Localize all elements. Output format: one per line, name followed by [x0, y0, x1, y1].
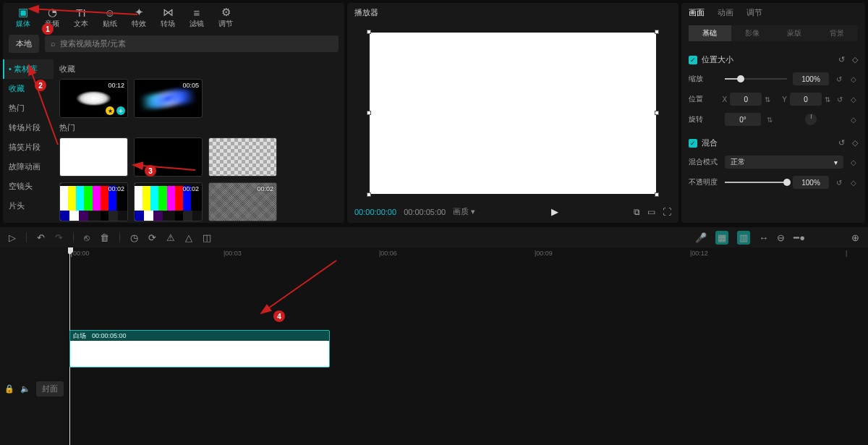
- time-duration: 00:00:05:00: [404, 208, 446, 216]
- timeline-tracks[interactable]: ┃00:00 |00:03 |00:06 |00:09 |00:12 | 白场0…: [68, 247, 868, 445]
- nav-filter[interactable]: ≡滤镜: [182, 6, 211, 29]
- subtab-bg[interactable]: 背景: [816, 25, 859, 41]
- keyframe-icon[interactable]: ◇: [852, 55, 858, 64]
- kf-rot-icon[interactable]: ◇: [849, 116, 858, 124]
- side-funny-clips[interactable]: 搞笑片段: [3, 137, 54, 157]
- kf-scale-icon[interactable]: ◇: [849, 75, 858, 83]
- crop-icon[interactable]: ◫: [203, 232, 211, 243]
- side-transition-clips[interactable]: 转场片段: [3, 118, 54, 137]
- rot-knob[interactable]: [805, 114, 817, 125]
- side-intro[interactable]: 片头: [3, 196, 54, 216]
- tab-adjust[interactable]: 调节: [746, 7, 762, 18]
- nav-media[interactable]: ▣媒体: [9, 6, 38, 29]
- cover-button[interactable]: 封面: [36, 381, 64, 397]
- add-icon[interactable]: +: [116, 106, 125, 115]
- search-input[interactable]: ⌕搜索视频场景/元素: [45, 35, 339, 52]
- subtab-mask[interactable]: 蒙版: [773, 25, 816, 41]
- track-magnet-icon[interactable]: ▦: [715, 231, 728, 245]
- align-icon[interactable]: ↔: [759, 232, 768, 243]
- mixmode-select[interactable]: 正常▾: [725, 156, 843, 169]
- delete-icon[interactable]: 🗑: [100, 232, 109, 243]
- side-glitch[interactable]: 故障动画: [3, 157, 54, 177]
- transition-icon: ⋈: [153, 6, 182, 19]
- side-hot[interactable]: 热门: [3, 98, 54, 118]
- lock-icon[interactable]: 🔒: [4, 384, 14, 394]
- kf-mix-icon[interactable]: ◇: [852, 138, 858, 148]
- ratio-icon[interactable]: ⧉: [634, 207, 640, 217]
- play-button[interactable]: ▶: [482, 206, 626, 217]
- slider-scale[interactable]: [725, 78, 787, 80]
- split-icon[interactable]: ⎋: [84, 232, 90, 243]
- checkbox-mix[interactable]: ✓: [689, 139, 697, 148]
- anno-badge-4: 4: [273, 310, 285, 322]
- player-stage[interactable]: [347, 22, 678, 203]
- text-icon: TI: [67, 6, 95, 19]
- pos-y[interactable]: 0: [790, 93, 822, 106]
- checkbox-pos-size[interactable]: ✓: [689, 56, 697, 64]
- nav-effect[interactable]: ✦特效: [124, 6, 153, 29]
- nav-sticker[interactable]: ☺贴纸: [95, 6, 124, 29]
- clip-thumb-bars[interactable]: 00:02: [134, 182, 203, 221]
- player-canvas[interactable]: [370, 33, 656, 194]
- kf-mixmode-icon[interactable]: ◇: [849, 158, 858, 166]
- tab-anim[interactable]: 动画: [718, 7, 733, 18]
- compare-icon[interactable]: ▭: [647, 207, 655, 217]
- nav-transition[interactable]: ⋈转场: [153, 6, 182, 29]
- quality-select[interactable]: 画质 ▾: [453, 206, 475, 217]
- timeline-clip[interactable]: 白场00:00:05:00: [69, 330, 330, 368]
- mic-icon[interactable]: 🎤: [695, 232, 707, 243]
- handle-mr[interactable]: [655, 111, 659, 115]
- handle-br[interactable]: [655, 192, 659, 197]
- side-empty-shot[interactable]: 空镜头: [3, 177, 54, 196]
- mute-icon[interactable]: 🔈: [20, 384, 30, 394]
- handle-tr[interactable]: [655, 30, 659, 34]
- subtab-image[interactable]: 影像: [731, 25, 774, 41]
- star-icon[interactable]: ★: [106, 106, 114, 115]
- tab-picture[interactable]: 画面: [689, 7, 705, 18]
- clip-thumb[interactable]: 00:05: [134, 79, 203, 118]
- slider-opacity[interactable]: [725, 182, 787, 183]
- reset-pos-icon[interactable]: ↺: [836, 96, 844, 103]
- reset-scale-icon[interactable]: ↺: [835, 75, 843, 83]
- flip-v-icon[interactable]: △: [185, 232, 192, 243]
- track-link-icon[interactable]: ▥: [737, 231, 750, 245]
- top-nav: ▣媒体 ◔音频 TI文本 ☺贴纸 ✦特效 ⋈转场 ≡滤镜 ⚙调节: [3, 3, 344, 29]
- select-tool-icon[interactable]: ▷: [9, 232, 16, 243]
- zoom-out-icon[interactable]: ⊖: [777, 232, 785, 243]
- kf-pos-icon[interactable]: ◇: [850, 96, 858, 103]
- clip-thumb[interactable]: 00:12★+: [59, 79, 128, 118]
- undo-icon[interactable]: ↶: [37, 232, 45, 243]
- zoom-in-icon[interactable]: ⊕: [851, 232, 859, 243]
- side-fav[interactable]: 收藏: [3, 79, 54, 98]
- nav-adjust[interactable]: ⚙调节: [211, 6, 240, 29]
- reset-mix-icon[interactable]: ↺: [838, 138, 845, 148]
- handle-bl[interactable]: [367, 192, 371, 197]
- subtab-basic[interactable]: 基础: [689, 25, 731, 41]
- handle-ml[interactable]: [367, 111, 371, 115]
- effect-icon: ✦: [124, 6, 153, 19]
- reset-opacity-icon[interactable]: ↺: [835, 179, 843, 187]
- fullscreen-icon[interactable]: ⛶: [663, 207, 671, 217]
- redo-icon[interactable]: ↷: [55, 232, 63, 243]
- nav-text[interactable]: TI文本: [67, 6, 95, 29]
- handle-tl[interactable]: [367, 30, 371, 34]
- clip-thumb-alpha[interactable]: [208, 137, 277, 177]
- reset-icon[interactable]: ↺: [838, 55, 845, 64]
- local-button[interactable]: 本地: [9, 35, 39, 53]
- adjust-icon: ⚙: [211, 6, 240, 19]
- rot-value[interactable]: 0°: [725, 113, 761, 126]
- pos-x[interactable]: 0: [730, 93, 762, 106]
- clip-thumb-bars[interactable]: 00:02: [59, 182, 128, 221]
- side-library[interactable]: • 素材库: [3, 59, 54, 79]
- clip-thumb-white[interactable]: [59, 137, 128, 177]
- rotate-cw-icon[interactable]: ⟳: [148, 232, 156, 243]
- speed-icon[interactable]: ◷: [130, 232, 138, 243]
- media-grid: 收藏 00:12★+ 00:05 热门 00:02: [54, 58, 344, 223]
- time-ruler[interactable]: ┃00:00 |00:03 |00:06 |00:09 |00:12 |: [68, 247, 868, 260]
- zoom-slider[interactable]: ━●: [793, 232, 805, 243]
- opacity-value[interactable]: 100%: [793, 176, 829, 189]
- flip-h-icon[interactable]: ⚠: [166, 232, 175, 243]
- scale-value[interactable]: 100%: [793, 72, 829, 85]
- kf-opacity-icon[interactable]: ◇: [849, 179, 858, 187]
- clip-thumb-noise[interactable]: 00:02: [208, 182, 277, 221]
